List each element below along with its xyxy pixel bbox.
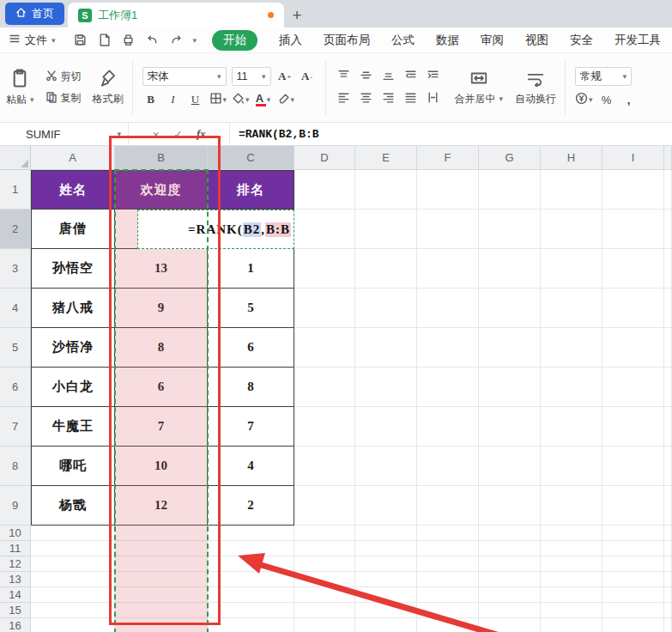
cell-E10[interactable]: [355, 526, 417, 541]
cell-H12[interactable]: [541, 556, 602, 572]
cell-C14[interactable]: [208, 587, 294, 603]
cell-H6[interactable]: [541, 368, 602, 407]
column-header-B[interactable]: B: [115, 146, 208, 170]
cell-I4[interactable]: [602, 289, 664, 328]
cell-H7[interactable]: [541, 407, 602, 447]
cell-H11[interactable]: [541, 541, 602, 556]
cell-I7[interactable]: [602, 407, 664, 447]
bold-button[interactable]: B: [142, 91, 160, 108]
align-bottom-button[interactable]: [380, 68, 397, 85]
print-icon[interactable]: [121, 33, 136, 48]
column-header-I[interactable]: I: [602, 146, 664, 170]
ribbon-tab-security[interactable]: 安全: [570, 33, 593, 48]
cell-A14[interactable]: [31, 587, 115, 603]
cell-G10[interactable]: [479, 526, 541, 541]
cell-C15[interactable]: [208, 603, 294, 618]
cell-D3[interactable]: [294, 249, 355, 289]
currency-button[interactable]: ▾: [575, 91, 593, 108]
cell-C1[interactable]: 排名: [208, 170, 294, 210]
new-tab-button[interactable]: +: [284, 3, 310, 27]
insert-function-button[interactable]: fx: [197, 127, 206, 141]
ribbon-tab-review[interactable]: 审阅: [481, 33, 504, 48]
copy-button[interactable]: 复制: [45, 91, 82, 106]
cell-C4[interactable]: 5: [208, 289, 294, 328]
format-painter-button[interactable]: 格式刷: [87, 66, 130, 110]
cell-I13[interactable]: [602, 572, 664, 587]
cell-E7[interactable]: [355, 407, 417, 447]
column-header-A[interactable]: A: [31, 146, 115, 170]
cell-F12[interactable]: [417, 556, 479, 572]
cell-E6[interactable]: [355, 368, 417, 407]
cell-F2[interactable]: [417, 210, 479, 249]
cell-F16[interactable]: [417, 618, 479, 632]
cell-C9[interactable]: 2: [208, 486, 294, 526]
cell-I15[interactable]: [602, 603, 664, 618]
cell-B13[interactable]: [115, 572, 208, 587]
row-header-15[interactable]: 15: [0, 603, 31, 618]
cell-A16[interactable]: [31, 618, 115, 632]
cell-A4[interactable]: 猪八戒: [31, 289, 115, 328]
align-top-button[interactable]: [336, 68, 353, 85]
cell-edit-overlay[interactable]: =RANK(B2,B:B: [137, 210, 294, 249]
cell-D11[interactable]: [294, 541, 355, 556]
clear-format-button[interactable]: ▾: [277, 91, 295, 108]
cell-F1[interactable]: [417, 170, 479, 210]
column-header-E[interactable]: E: [355, 146, 417, 170]
cell-C3[interactable]: 1: [208, 249, 294, 289]
align-center-button[interactable]: [358, 90, 375, 107]
cell-D7[interactable]: [294, 407, 355, 447]
cell-E2[interactable]: [355, 210, 417, 249]
cell-I8[interactable]: [602, 447, 664, 486]
cell-G2[interactable]: [479, 210, 541, 249]
cell-F14[interactable]: [417, 587, 479, 603]
cell-F5[interactable]: [417, 328, 479, 368]
row-header-14[interactable]: 14: [0, 587, 31, 603]
cell-F11[interactable]: [417, 541, 479, 556]
cell-D4[interactable]: [294, 289, 355, 328]
row-header-9[interactable]: 9: [0, 486, 31, 526]
cell-H14[interactable]: [541, 587, 602, 603]
cell-C16[interactable]: [208, 618, 294, 632]
cell-G13[interactable]: [479, 572, 541, 587]
workbook-tab[interactable]: S 工作簿1: [68, 3, 284, 27]
distribute-button[interactable]: [425, 90, 442, 107]
ribbon-tab-dev-tools[interactable]: 开发工具: [614, 33, 661, 48]
cell-A10[interactable]: [31, 526, 115, 541]
cell-D1[interactable]: [294, 170, 355, 210]
align-middle-button[interactable]: [358, 68, 375, 85]
cell-D10[interactable]: [294, 526, 355, 541]
cell-B9[interactable]: 12: [115, 486, 208, 526]
cell-A9[interactable]: 杨戬: [31, 486, 115, 526]
row-header-10[interactable]: 10: [0, 526, 31, 541]
cell-A13[interactable]: [31, 572, 115, 587]
cell-E4[interactable]: [355, 289, 417, 328]
cell-H8[interactable]: [541, 447, 602, 486]
ribbon-tab-view[interactable]: 视图: [525, 33, 548, 48]
cell-E11[interactable]: [355, 541, 417, 556]
cell-I9[interactable]: [602, 486, 664, 526]
cell-F3[interactable]: [417, 249, 479, 289]
cell-C12[interactable]: [208, 556, 294, 572]
cell-D16[interactable]: [294, 618, 355, 632]
cell-A6[interactable]: 小白龙: [31, 368, 115, 407]
indent-decrease-button[interactable]: [403, 68, 420, 85]
column-header-H[interactable]: H: [541, 146, 602, 170]
font-size-select[interactable]: 11▾: [232, 67, 271, 86]
cell-I12[interactable]: [602, 556, 664, 572]
font-name-select[interactable]: 宋体▾: [142, 67, 227, 86]
cell-B8[interactable]: 10: [115, 447, 208, 486]
cancel-entry-button[interactable]: ×: [152, 127, 160, 142]
cell-H5[interactable]: [541, 328, 602, 368]
select-all-corner[interactable]: [0, 146, 31, 170]
cell-I3[interactable]: [602, 249, 664, 289]
cell-B6[interactable]: 6: [115, 368, 208, 407]
cell-I1[interactable]: [602, 170, 664, 210]
decrease-font-button[interactable]: A-: [299, 68, 316, 85]
cell-C10[interactable]: [208, 526, 294, 541]
cell-B7[interactable]: 7: [115, 407, 208, 447]
cell-E5[interactable]: [355, 328, 417, 368]
cell-E16[interactable]: [355, 618, 417, 632]
cell-I11[interactable]: [602, 541, 664, 556]
cell-E8[interactable]: [355, 447, 417, 486]
cell-I5[interactable]: [602, 328, 664, 368]
